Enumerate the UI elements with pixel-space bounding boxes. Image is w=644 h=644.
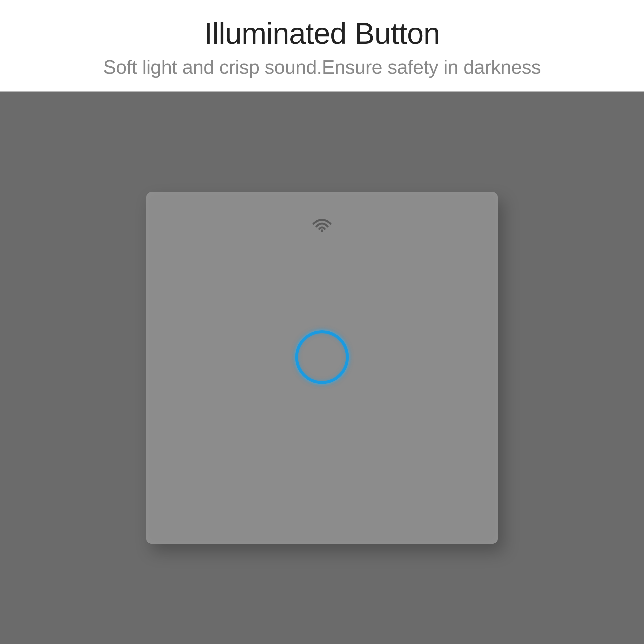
switch-panel — [146, 192, 498, 544]
svg-point-0 — [321, 229, 323, 232]
wifi-icon — [311, 216, 333, 232]
header: Illuminated Button Soft light and crisp … — [0, 0, 644, 92]
page-subtitle: Soft light and crisp sound.Ensure safety… — [11, 56, 633, 78]
illuminated-touch-button[interactable] — [295, 330, 349, 384]
product-scene — [0, 92, 644, 644]
page-title: Illuminated Button — [11, 16, 633, 51]
